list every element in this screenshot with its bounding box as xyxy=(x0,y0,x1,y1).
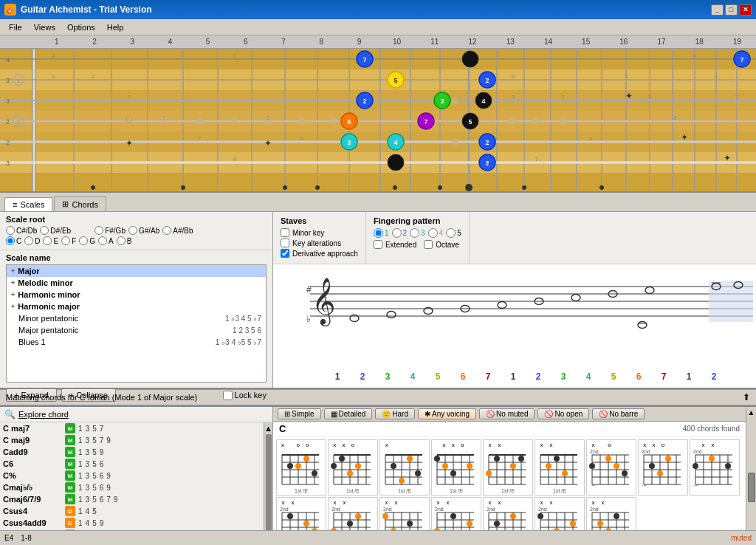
chord-scroll[interactable]: C maj7 M 1357 C maj9 M 13579 Cadd9 M xyxy=(0,422,264,545)
svg-text:2nd: 2nd xyxy=(487,507,495,512)
radio-f[interactable]: F xyxy=(61,236,76,245)
chord-diagram-9[interactable]: xx xyxy=(690,439,740,496)
menu-options[interactable]: Options xyxy=(61,21,101,33)
fret-num-4: 4 xyxy=(151,38,189,46)
chord-item-c6[interactable]: C6 M 1356 xyxy=(0,458,264,470)
radio-c[interactable]: C xyxy=(6,236,21,245)
svg-text:/G: /G xyxy=(642,484,647,486)
fretboard[interactable]: 4 3 3 2 2 3 2 2 7 7 5 2 xyxy=(0,49,756,193)
derivative-checkbox[interactable] xyxy=(281,249,289,258)
chord-diagrams-scrollbar[interactable]: ▲ ▼ xyxy=(746,407,756,545)
scale-item-melodic-minor[interactable]: + Melodic minor xyxy=(7,277,266,289)
chord-badge-cmaj9: M xyxy=(65,435,75,445)
octave-checkbox[interactable] xyxy=(424,240,433,249)
svg-point-189 xyxy=(407,456,413,462)
chord-item-csus4[interactable]: Csus4 D 145 xyxy=(0,505,264,517)
svg-text:4: 4 xyxy=(715,73,718,80)
no-open-button[interactable]: 🚫 No open xyxy=(537,408,589,419)
radio-gsharp[interactable]: G#/Ab xyxy=(128,226,159,235)
chord-item-cmajslash[interactable]: Cmaj♭/♭ M 13569 xyxy=(0,481,264,493)
diag-scroll-thumb[interactable] xyxy=(748,473,755,502)
scale-label-major-pent: Major pentatonic xyxy=(18,326,78,335)
svg-text:/G: /G xyxy=(590,484,595,486)
scale-item-major-pent[interactable]: Major pentatonic 1 2 3 5 6 xyxy=(7,324,266,336)
any-voicing-button[interactable]: ✱ Any voicing xyxy=(418,408,476,419)
maximize-button[interactable]: □ xyxy=(725,4,738,16)
menu-file[interactable]: File xyxy=(3,21,28,33)
svg-point-219 xyxy=(518,456,524,462)
finger-2[interactable]: 2 xyxy=(392,228,408,238)
radio-b[interactable]: B xyxy=(117,236,132,245)
finger-4[interactable]: 4 xyxy=(428,228,444,238)
scale-item-minor-pent[interactable]: Minor pentatonic 1 ♭3 4 5 ♭7 xyxy=(7,312,266,324)
svg-text:2: 2 xyxy=(17,119,21,126)
scale-item-major[interactable]: + Major xyxy=(7,265,266,277)
radio-dsharp[interactable]: D#/Eb xyxy=(40,226,71,235)
scale-item-blues1[interactable]: Blues 1 1 ♭3 4 ♭5 5 ♭7 xyxy=(7,336,266,348)
diagram-strings-2: xxo xyxy=(330,442,376,448)
extended-check[interactable]: Extended xyxy=(374,240,416,249)
diagram-svg-9: 2nd /G xyxy=(692,449,736,486)
radio-e[interactable]: E xyxy=(43,236,58,245)
chord-item-cpct[interactable]: C% M 13569 xyxy=(0,470,264,481)
explore-chord-label[interactable]: Explore chord xyxy=(18,410,69,419)
finger-3[interactable]: 3 xyxy=(410,228,425,238)
chord-diagram-7[interactable]: xo xyxy=(586,439,636,496)
scale-list[interactable]: + Major + Melodic minor + Harmonic minor… xyxy=(6,264,267,383)
chord-diagram-3[interactable]: x xyxy=(379,439,430,496)
minimize-button[interactable]: _ xyxy=(711,4,724,16)
radio-fsharp[interactable]: F#/Gb xyxy=(94,226,126,235)
diagram-strings-9: xx xyxy=(692,442,738,448)
chord-badge-csus4: D xyxy=(65,506,75,516)
no-barre-button[interactable]: 🚫 No barre xyxy=(592,408,645,419)
svg-text:3: 3 xyxy=(512,94,515,100)
chord-item-cadd9[interactable]: Cadd9 M 1359 xyxy=(0,446,264,458)
collapse-chord-icon[interactable]: ⬆ xyxy=(743,392,750,402)
simple-button[interactable]: ⊞ Simple xyxy=(278,408,321,419)
tab-chords[interactable]: ⊞ Chords xyxy=(54,196,106,211)
radio-asharp[interactable]: A#/Bb xyxy=(162,226,193,235)
radio-csharp[interactable]: C#/Db xyxy=(6,226,37,235)
menu-help[interactable]: Help xyxy=(101,21,130,33)
chord-item-cmaj9[interactable]: C maj9 M 13579 xyxy=(0,434,264,446)
chord-item-cmaj7[interactable]: C maj7 M 1357 xyxy=(0,422,264,434)
chord-diagrams-area[interactable]: C 400 chords found xoo xyxy=(273,422,746,545)
minor-key-checkbox[interactable] xyxy=(281,228,289,237)
chord-diagram-8[interactable]: xxo xyxy=(638,439,688,496)
chord-diagram-2[interactable]: xxo xyxy=(328,439,378,496)
key-alterations-checkbox[interactable] xyxy=(281,239,289,247)
finger-1[interactable]: 1 xyxy=(374,228,389,238)
diag-scroll-up[interactable]: ▲ xyxy=(748,408,755,417)
scroll-thumb[interactable] xyxy=(266,434,272,545)
diagram-strings-5: xx xyxy=(485,442,531,448)
menu-views[interactable]: Views xyxy=(28,21,61,33)
fingering-section: Fingering pattern 1 2 3 4 5 Extended xyxy=(366,212,470,264)
svg-point-320 xyxy=(407,521,413,527)
tab-scales[interactable]: ≡ Scales xyxy=(4,197,52,211)
chord-diagram-1[interactable]: xoo xyxy=(276,439,326,496)
chord-diagram-6[interactable]: xx xyxy=(535,439,585,496)
chord-list-scrollbar[interactable]: ▲ ▼ xyxy=(264,422,272,545)
radio-g[interactable]: G xyxy=(79,236,95,245)
radio-a[interactable]: A xyxy=(98,236,114,245)
chord-item-csus4add9[interactable]: Csus4add9 D 1459 xyxy=(0,517,264,529)
chord-diagram-5[interactable]: xx xyxy=(483,439,533,496)
detailed-button[interactable]: ▦ Detailed xyxy=(324,408,373,419)
chord-name-cmaj7: C maj7 xyxy=(3,424,62,433)
scale-item-harmonic-major[interactable]: + Harmonic major xyxy=(7,301,266,312)
scroll-up-icon[interactable]: ▲ xyxy=(264,424,272,433)
scale-item-harmonic-minor[interactable]: + Harmonic minor xyxy=(7,289,266,301)
radio-d[interactable]: D xyxy=(24,236,40,245)
finger-5[interactable]: 5 xyxy=(446,228,461,238)
lock-key-checkbox[interactable] xyxy=(223,391,233,400)
octave-check[interactable]: Octave xyxy=(424,240,459,249)
chord-diagram-4[interactable]: xxo xyxy=(431,439,481,496)
lock-key-check[interactable]: Lock key xyxy=(223,391,267,400)
close-button[interactable]: ✕ xyxy=(739,4,752,16)
svg-text:4: 4 xyxy=(394,139,397,146)
extended-checkbox[interactable] xyxy=(374,240,382,249)
no-muted-button[interactable]: 🚫 No muted xyxy=(479,408,535,419)
chord-item-cmaj679[interactable]: Cmaj6/7/9 M 135679 xyxy=(0,493,264,505)
hard-button[interactable]: 🙂 Hard xyxy=(375,408,415,419)
svg-text:2: 2 xyxy=(92,73,95,80)
